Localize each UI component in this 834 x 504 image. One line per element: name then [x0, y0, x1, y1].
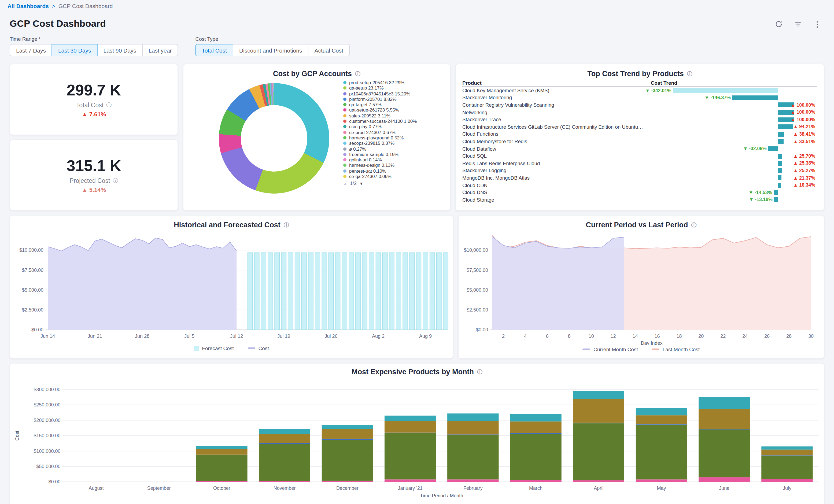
time-range-option-last-90-days[interactable]: Last 90 Days	[97, 44, 143, 56]
table-row[interactable]: Stackdriver Logging▲ 25.27%	[462, 167, 817, 174]
historical-legend-item[interactable]: Cost	[248, 345, 269, 351]
trend-bar	[778, 139, 783, 144]
svg-text:January '21: January '21	[398, 485, 422, 491]
table-row[interactable]: Cloud Infrastructure Services GitLab Ser…	[462, 123, 817, 131]
donut-legend-item[interactable]: ø 0.27%	[343, 146, 443, 152]
donut-legend-item[interactable]: freemium-sample 0.19%	[343, 152, 443, 157]
table-row[interactable]: Networking▲ 100.00%	[462, 109, 817, 116]
period-legend-item[interactable]: Last Month Cost	[652, 346, 700, 352]
cost-type-option-total-cost[interactable]: Total Cost	[196, 44, 233, 56]
table-row[interactable]: Stackdriver Monitoring▼ -146.37%	[462, 94, 817, 101]
product-name: Stackdriver Logging	[462, 168, 647, 173]
svg-text:8: 8	[568, 333, 570, 339]
donut-legend-label: sales-209522 3.11%	[349, 113, 391, 119]
donut-legend-item[interactable]: prod-setup-205416 32.29%	[343, 80, 443, 86]
trend-bar	[778, 154, 782, 158]
table-row[interactable]: Stackdriver Trace▲ 100.00%	[462, 116, 817, 123]
cost-type-option-actual-cost[interactable]: Actual Cost	[308, 44, 350, 56]
table-row[interactable]: Cloud Dataflow▼ -32.06%	[462, 145, 817, 153]
gcp-accounts-donut-chart[interactable]	[219, 83, 329, 194]
svg-text:$10,000.00: $10,000.00	[464, 247, 488, 253]
table-row[interactable]: Cloud Key Management Service (KMS)▼ -342…	[462, 87, 817, 94]
donut-legend-item[interactable]: platform-205701 8.82%	[343, 96, 443, 102]
historical-legend-item[interactable]: Forecast Cost	[194, 345, 234, 351]
monthly-products-chart: $0.00$50,000.00$100,000.00$150,000.00$20…	[11, 376, 824, 504]
donut-legend-item[interactable]: golink-url 0.14%	[343, 157, 443, 163]
legend-page-down-icon[interactable]: ▼	[359, 181, 364, 186]
trend-table-body: Cloud Key Management Service (KMS)▼ -342…	[462, 87, 817, 203]
donut-legend-item[interactable]: customer-success-244100 1.00%	[343, 118, 443, 124]
info-icon[interactable]: ⓘ	[355, 71, 360, 76]
cost-trend-cell: ▼ -146.37%	[647, 94, 817, 101]
donut-legend-item[interactable]: harness-playground 0.52%	[343, 135, 443, 141]
product-name: Redis Labs Redis Enterprise Cloud	[462, 160, 647, 166]
svg-text:14: 14	[632, 333, 638, 339]
svg-text:Aug 9: Aug 9	[419, 333, 432, 339]
table-row[interactable]: Cloud Storage▼ -13.19%	[462, 196, 817, 203]
cost-trend-cell: ▲ 38.41%	[647, 131, 817, 138]
legend-page-up-icon[interactable]: ▲	[343, 181, 347, 186]
table-row[interactable]: Redis Labs Redis Enterprise Cloud▲ 25.38…	[462, 160, 817, 167]
info-icon[interactable]: ⓘ	[687, 71, 693, 76]
table-row[interactable]: Cloud DNS▼ -14.53%	[462, 189, 817, 196]
total-cost-label: Total Cost	[76, 102, 104, 108]
legend-dot-icon	[343, 81, 347, 84]
monthly-card-title: Most Expensive Products by Month	[352, 368, 474, 376]
period-legend-swatch	[583, 349, 590, 350]
svg-text:16: 16	[654, 333, 659, 339]
legend-dot-icon	[343, 87, 347, 90]
svg-text:$0.00: $0.00	[476, 327, 488, 332]
donut-legend-item[interactable]: ccm-play 0.77%	[343, 124, 443, 130]
trend-value: ▲ 100.00%	[791, 102, 815, 108]
info-icon[interactable]: ⓘ	[477, 369, 482, 374]
table-row[interactable]: Cloud Functions▲ 38.41%	[462, 131, 817, 138]
table-row[interactable]: Cloud Memorystore for Redis▲ 33.51%	[462, 138, 817, 145]
table-row[interactable]: Cloud CDN▲ 16.34%	[462, 181, 817, 189]
table-row[interactable]: MongoDB Inc. MongoDB Atlas▲ 21.37%	[462, 174, 817, 181]
svg-text:Jul 12: Jul 12	[230, 333, 243, 339]
kebab-menu-icon[interactable]: ⋮	[814, 20, 821, 28]
info-icon[interactable]: ⓘ	[113, 178, 118, 183]
cost-type-filter: Cost Type Total CostDiscount and Promoti…	[196, 36, 350, 56]
donut-legend-label: secops-239815 0.37%	[349, 141, 394, 146]
donut-legend-item[interactable]: pr10406a87045145c3 15.20%	[343, 91, 443, 96]
table-row[interactable]: Container Registry Vulnerability Scannin…	[462, 101, 817, 109]
breadcrumb-all-dashboards[interactable]: All Dashboards	[7, 3, 49, 9]
donut-legend-label: freemium-sample 0.19%	[349, 152, 398, 157]
donut-legend-item[interactable]: uat-setup-261723 5.55%	[343, 108, 443, 113]
legend-dot-icon	[343, 97, 347, 101]
svg-text:$5,000.00: $5,000.00	[466, 287, 488, 293]
period-legend-item[interactable]: Current Month Cost	[583, 346, 638, 352]
time-range-option-last-7-days[interactable]: Last 7 Days	[10, 44, 52, 56]
cost-by-gcp-accounts-card: Cost by GCP Accounts ⓘ prod-setup-205416…	[183, 64, 451, 211]
svg-text:July: July	[783, 485, 791, 491]
refresh-icon[interactable]	[775, 20, 783, 28]
donut-legend-item[interactable]: secops-239815 0.37%	[343, 141, 443, 146]
donut-legend-item[interactable]: harness-design 0.13%	[343, 163, 443, 168]
donut-legend-item[interactable]: pentest-uat 0.10%	[343, 168, 443, 174]
donut-legend-label: ce-prod-274307 0.67%	[349, 130, 396, 135]
donut-legend-item[interactable]: qa-target 7.57%	[343, 102, 443, 108]
trend-bar	[774, 197, 778, 202]
info-icon[interactable]: ⓘ	[692, 222, 697, 227]
table-row[interactable]: Cloud SQL▲ 25.70%	[462, 153, 817, 160]
donut-legend-item[interactable]: qa-setup 23.17%	[343, 86, 443, 91]
donut-legend-item[interactable]: ce-prod-274307 0.67%	[343, 130, 443, 135]
time-range-option-last-year[interactable]: Last year	[142, 44, 178, 56]
svg-text:June: June	[719, 485, 729, 491]
info-icon[interactable]: ⓘ	[106, 103, 112, 108]
header-actions: ⋮	[775, 20, 821, 28]
svg-text:Jul 5: Jul 5	[184, 333, 194, 339]
trend-value: ▲ 94.21%	[793, 124, 815, 130]
trend-card-title: Top Cost Trend by Products	[587, 70, 684, 78]
donut-legend-item[interactable]: ce-qa-274307 0.06%	[343, 174, 443, 179]
info-icon[interactable]: ⓘ	[284, 222, 289, 227]
time-range-option-last-30-days[interactable]: Last 30 Days	[52, 44, 97, 56]
svg-text:May: May	[657, 485, 666, 491]
svg-text:$5,000.00: $5,000.00	[22, 287, 43, 293]
donut-legend-item[interactable]: sales-209522 3.11%	[343, 113, 443, 119]
cost-type-option-discount-and-promotions[interactable]: Discount and Promotions	[233, 44, 309, 56]
filter-icon[interactable]	[794, 20, 802, 28]
legend-dot-icon	[343, 125, 347, 128]
svg-text:30: 30	[808, 333, 813, 339]
